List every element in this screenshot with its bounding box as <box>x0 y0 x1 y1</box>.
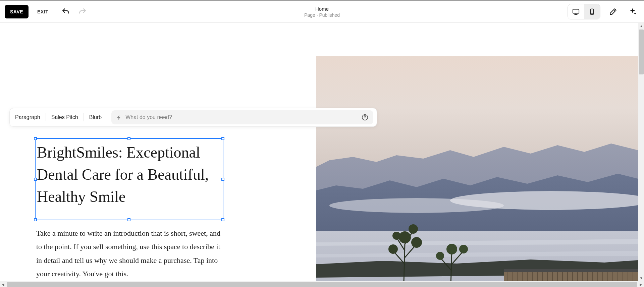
ai-prompt-input[interactable] <box>125 114 358 120</box>
brush-icon <box>609 7 618 16</box>
svg-point-54 <box>365 119 365 119</box>
svg-point-42 <box>388 244 398 254</box>
scroll-down-button[interactable]: ▼ <box>638 275 644 281</box>
editor-header: SAVE EXIT Home Page · Published <box>0 1 644 23</box>
redo-button[interactable] <box>77 6 88 17</box>
svg-point-50 <box>436 252 444 260</box>
ai-input-wrap <box>111 110 373 124</box>
resize-handle-ml[interactable] <box>34 178 37 181</box>
mobile-icon <box>589 8 595 15</box>
vertical-scroll-thumb[interactable] <box>639 30 644 74</box>
scroll-up-button[interactable]: ▲ <box>638 23 644 29</box>
scroll-left-button[interactable]: ◀ <box>0 281 6 287</box>
resize-handle-bl[interactable] <box>34 218 37 221</box>
chevron-right-icon: ▶ <box>640 283 642 286</box>
resize-handle-bm[interactable] <box>127 218 130 221</box>
svg-point-45 <box>409 224 418 234</box>
desktop-view-button[interactable] <box>568 4 584 19</box>
selected-heading-block[interactable]: BrightSmiles: Exceptional Dental Care fo… <box>35 138 223 220</box>
resize-handle-tm[interactable] <box>127 137 130 140</box>
save-button[interactable]: SAVE <box>5 5 29 18</box>
bolt-icon <box>116 114 122 121</box>
page-title: Home <box>304 6 340 12</box>
ai-tab-blurb[interactable]: Blurb <box>84 113 107 121</box>
header-right-group <box>568 4 639 19</box>
body-text[interactable]: Take a minute to write an introduction t… <box>36 227 223 281</box>
canvas-content: Paragraph Sales Pitch Blurb BrightSmiles… <box>0 23 638 281</box>
undo-button[interactable] <box>60 6 71 17</box>
chevron-up-icon: ▲ <box>640 24 643 28</box>
ai-tab-sales-pitch[interactable]: Sales Pitch <box>46 113 84 121</box>
horizontal-scroll-thumb[interactable] <box>7 282 637 287</box>
svg-rect-0 <box>573 9 579 13</box>
chevron-down-icon: ▼ <box>640 276 643 280</box>
svg-point-46 <box>399 231 411 243</box>
page-subtitle: Page · Published <box>304 12 340 18</box>
scroll-right-button[interactable]: ▶ <box>638 281 644 287</box>
resize-handle-mr[interactable] <box>221 178 224 181</box>
chevron-left-icon: ◀ <box>2 283 4 286</box>
history-group <box>60 6 88 17</box>
ai-assist-toolbar: Paragraph Sales Pitch Blurb <box>9 108 377 127</box>
redo-icon <box>78 7 87 16</box>
mobile-view-button[interactable] <box>584 4 600 19</box>
svg-point-43 <box>411 237 422 248</box>
header-left-group: SAVE EXIT <box>5 5 88 18</box>
editor-canvas[interactable]: Paragraph Sales Pitch Blurb BrightSmiles… <box>0 23 638 281</box>
hero-image <box>316 56 638 281</box>
desktop-icon <box>572 8 580 15</box>
ai-tab-paragraph[interactable]: Paragraph <box>15 113 46 121</box>
header-center: Home Page · Published <box>304 6 340 18</box>
exit-button[interactable]: EXIT <box>33 6 52 18</box>
vertical-scrollbar[interactable]: ▲ ▼ <box>638 23 644 281</box>
svg-point-7 <box>329 198 504 213</box>
resize-handle-tr[interactable] <box>221 137 224 140</box>
resize-handle-br[interactable] <box>221 218 224 221</box>
svg-rect-36 <box>504 269 638 272</box>
svg-point-52 <box>446 244 457 254</box>
sparkle-icon <box>628 7 637 16</box>
device-toggle-group <box>568 4 600 19</box>
resize-handle-tl[interactable] <box>34 137 37 140</box>
horizontal-scrollbar[interactable]: ◀ ▶ <box>0 281 644 287</box>
svg-point-51 <box>459 245 468 253</box>
undo-icon <box>61 7 70 16</box>
brush-button[interactable] <box>606 5 620 18</box>
body-text-block[interactable]: Take a minute to write an introduction t… <box>36 227 223 281</box>
help-icon[interactable] <box>361 114 369 121</box>
heading-text[interactable]: BrightSmiles: Exceptional Dental Care fo… <box>36 139 223 208</box>
sparkle-button[interactable] <box>626 5 639 18</box>
